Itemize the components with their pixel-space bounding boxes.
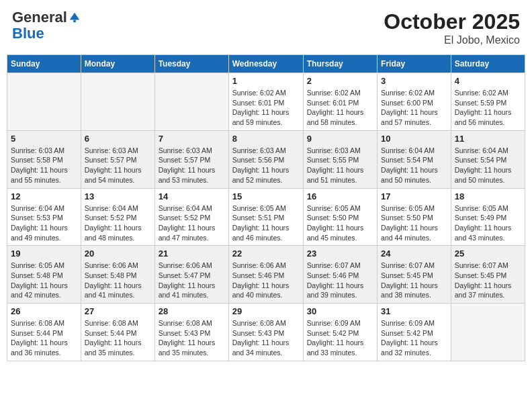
day-info: Sunrise: 6:05 AM Sunset: 5:48 PM Dayligh… bbox=[11, 261, 77, 300]
day-number: 1 bbox=[232, 76, 300, 86]
day-info: Sunrise: 6:03 AM Sunset: 5:56 PM Dayligh… bbox=[232, 146, 300, 185]
day-number: 11 bbox=[455, 134, 521, 144]
calendar-day-cell: 1Sunrise: 6:02 AM Sunset: 6:01 PM Daylig… bbox=[228, 73, 303, 131]
calendar-day-cell: 15Sunrise: 6:05 AM Sunset: 5:51 PM Dayli… bbox=[228, 188, 303, 246]
day-header-tuesday: Tuesday bbox=[154, 55, 228, 73]
calendar-day-cell bbox=[81, 73, 154, 131]
title-block: October 2025 El Jobo, Mexico bbox=[384, 9, 520, 46]
day-info: Sunrise: 6:08 AM Sunset: 5:43 PM Dayligh… bbox=[159, 318, 225, 358]
day-number: 25 bbox=[455, 248, 521, 259]
calendar-week-row: 5Sunrise: 6:03 AM Sunset: 5:58 PM Daylig… bbox=[7, 130, 525, 188]
day-info: Sunrise: 6:03 AM Sunset: 5:58 PM Dayligh… bbox=[11, 146, 77, 185]
logo-general-text: General bbox=[12, 9, 67, 26]
logo: General Blue bbox=[12, 9, 81, 42]
day-info: Sunrise: 6:07 AM Sunset: 5:46 PM Dayligh… bbox=[307, 261, 373, 300]
calendar-day-cell: 31Sunrise: 6:09 AM Sunset: 5:42 PM Dayli… bbox=[378, 304, 451, 361]
day-info: Sunrise: 6:02 AM Sunset: 6:00 PM Dayligh… bbox=[381, 88, 447, 128]
svg-marker-0 bbox=[70, 13, 79, 20]
calendar-day-cell bbox=[7, 73, 81, 131]
day-number: 30 bbox=[307, 306, 373, 316]
day-info: Sunrise: 6:09 AM Sunset: 5:42 PM Dayligh… bbox=[307, 318, 373, 358]
calendar-day-cell: 23Sunrise: 6:07 AM Sunset: 5:46 PM Dayli… bbox=[303, 246, 377, 304]
day-number: 20 bbox=[85, 248, 151, 259]
calendar-day-cell: 25Sunrise: 6:07 AM Sunset: 5:45 PM Dayli… bbox=[451, 246, 525, 304]
calendar-day-cell bbox=[154, 73, 228, 131]
day-info: Sunrise: 6:04 AM Sunset: 5:52 PM Dayligh… bbox=[85, 203, 151, 243]
day-info: Sunrise: 6:02 AM Sunset: 6:01 PM Dayligh… bbox=[232, 88, 300, 128]
calendar-day-cell: 12Sunrise: 6:04 AM Sunset: 5:53 PM Dayli… bbox=[7, 188, 81, 246]
day-info: Sunrise: 6:07 AM Sunset: 5:45 PM Dayligh… bbox=[381, 261, 447, 300]
calendar-day-cell: 10Sunrise: 6:04 AM Sunset: 5:54 PM Dayli… bbox=[378, 130, 451, 188]
calendar-day-cell: 22Sunrise: 6:06 AM Sunset: 5:46 PM Dayli… bbox=[228, 246, 303, 304]
day-info: Sunrise: 6:05 AM Sunset: 5:50 PM Dayligh… bbox=[381, 203, 447, 243]
day-number: 3 bbox=[381, 76, 447, 86]
day-info: Sunrise: 6:03 AM Sunset: 5:57 PM Dayligh… bbox=[159, 146, 225, 185]
calendar-week-row: 26Sunrise: 6:08 AM Sunset: 5:44 PM Dayli… bbox=[7, 304, 525, 361]
day-info: Sunrise: 6:02 AM Sunset: 5:59 PM Dayligh… bbox=[455, 88, 521, 128]
calendar-day-cell: 29Sunrise: 6:08 AM Sunset: 5:43 PM Dayli… bbox=[228, 304, 303, 361]
calendar-day-cell: 6Sunrise: 6:03 AM Sunset: 5:57 PM Daylig… bbox=[81, 130, 154, 188]
day-number: 22 bbox=[232, 248, 300, 259]
day-number: 13 bbox=[85, 191, 151, 201]
logo-icon bbox=[69, 11, 81, 24]
day-header-saturday: Saturday bbox=[451, 55, 525, 73]
day-info: Sunrise: 6:04 AM Sunset: 5:54 PM Dayligh… bbox=[381, 146, 447, 185]
day-number: 4 bbox=[455, 76, 521, 86]
day-number: 31 bbox=[381, 306, 447, 316]
calendar-week-row: 12Sunrise: 6:04 AM Sunset: 5:53 PM Dayli… bbox=[7, 188, 525, 246]
day-info: Sunrise: 6:06 AM Sunset: 5:47 PM Dayligh… bbox=[159, 261, 225, 300]
page-header: General Blue October 2025 El Jobo, Mexic… bbox=[7, 7, 525, 49]
calendar-day-cell: 28Sunrise: 6:08 AM Sunset: 5:43 PM Dayli… bbox=[154, 304, 228, 361]
day-number: 26 bbox=[11, 306, 77, 316]
day-number: 14 bbox=[159, 191, 225, 201]
day-info: Sunrise: 6:04 AM Sunset: 5:52 PM Dayligh… bbox=[159, 203, 225, 243]
calendar-header-row: SundayMondayTuesdayWednesdayThursdayFrid… bbox=[7, 55, 525, 73]
day-info: Sunrise: 6:04 AM Sunset: 5:53 PM Dayligh… bbox=[11, 203, 77, 243]
day-info: Sunrise: 6:05 AM Sunset: 5:51 PM Dayligh… bbox=[232, 203, 300, 243]
day-info: Sunrise: 6:09 AM Sunset: 5:42 PM Dayligh… bbox=[381, 318, 447, 358]
day-header-wednesday: Wednesday bbox=[228, 55, 303, 73]
calendar-day-cell: 14Sunrise: 6:04 AM Sunset: 5:52 PM Dayli… bbox=[154, 188, 228, 246]
calendar-day-cell: 20Sunrise: 6:06 AM Sunset: 5:48 PM Dayli… bbox=[81, 246, 154, 304]
day-number: 6 bbox=[85, 134, 151, 144]
logo-blue-text: Blue bbox=[12, 25, 44, 42]
day-number: 23 bbox=[307, 248, 373, 259]
day-info: Sunrise: 6:08 AM Sunset: 5:44 PM Dayligh… bbox=[85, 318, 151, 358]
calendar-day-cell: 21Sunrise: 6:06 AM Sunset: 5:47 PM Dayli… bbox=[154, 246, 228, 304]
calendar-day-cell: 26Sunrise: 6:08 AM Sunset: 5:44 PM Dayli… bbox=[7, 304, 81, 361]
day-info: Sunrise: 6:03 AM Sunset: 5:55 PM Dayligh… bbox=[307, 146, 373, 185]
day-header-friday: Friday bbox=[378, 55, 451, 73]
day-number: 12 bbox=[11, 191, 77, 201]
calendar-day-cell: 30Sunrise: 6:09 AM Sunset: 5:42 PM Dayli… bbox=[303, 304, 377, 361]
day-number: 9 bbox=[307, 134, 373, 144]
day-number: 8 bbox=[232, 134, 300, 144]
day-number: 15 bbox=[232, 191, 300, 201]
calendar-day-cell: 4Sunrise: 6:02 AM Sunset: 5:59 PM Daylig… bbox=[451, 73, 525, 131]
day-number: 27 bbox=[85, 306, 151, 316]
calendar-day-cell: 11Sunrise: 6:04 AM Sunset: 5:54 PM Dayli… bbox=[451, 130, 525, 188]
day-info: Sunrise: 6:05 AM Sunset: 5:50 PM Dayligh… bbox=[307, 203, 373, 243]
day-number: 18 bbox=[455, 191, 521, 201]
calendar-day-cell: 19Sunrise: 6:05 AM Sunset: 5:48 PM Dayli… bbox=[7, 246, 81, 304]
day-number: 17 bbox=[381, 191, 447, 201]
calendar-day-cell: 5Sunrise: 6:03 AM Sunset: 5:58 PM Daylig… bbox=[7, 130, 81, 188]
day-number: 7 bbox=[159, 134, 225, 144]
calendar-day-cell: 2Sunrise: 6:02 AM Sunset: 6:01 PM Daylig… bbox=[303, 73, 377, 131]
day-number: 24 bbox=[381, 248, 447, 259]
day-header-thursday: Thursday bbox=[303, 55, 377, 73]
calendar-day-cell: 18Sunrise: 6:05 AM Sunset: 5:49 PM Dayli… bbox=[451, 188, 525, 246]
day-info: Sunrise: 6:02 AM Sunset: 6:01 PM Dayligh… bbox=[307, 88, 373, 128]
calendar-day-cell: 17Sunrise: 6:05 AM Sunset: 5:50 PM Dayli… bbox=[378, 188, 451, 246]
day-number: 29 bbox=[232, 306, 300, 316]
calendar-week-row: 19Sunrise: 6:05 AM Sunset: 5:48 PM Dayli… bbox=[7, 246, 525, 304]
day-number: 28 bbox=[159, 306, 225, 316]
day-number: 21 bbox=[159, 248, 225, 259]
day-info: Sunrise: 6:05 AM Sunset: 5:49 PM Dayligh… bbox=[455, 203, 521, 243]
day-info: Sunrise: 6:07 AM Sunset: 5:45 PM Dayligh… bbox=[455, 261, 521, 300]
calendar-day-cell: 9Sunrise: 6:03 AM Sunset: 5:55 PM Daylig… bbox=[303, 130, 377, 188]
day-number: 16 bbox=[307, 191, 373, 201]
day-info: Sunrise: 6:08 AM Sunset: 5:44 PM Dayligh… bbox=[11, 318, 77, 358]
month-title: October 2025 bbox=[384, 9, 520, 34]
calendar-week-row: 1Sunrise: 6:02 AM Sunset: 6:01 PM Daylig… bbox=[7, 73, 525, 131]
calendar-day-cell: 16Sunrise: 6:05 AM Sunset: 5:50 PM Dayli… bbox=[303, 188, 377, 246]
